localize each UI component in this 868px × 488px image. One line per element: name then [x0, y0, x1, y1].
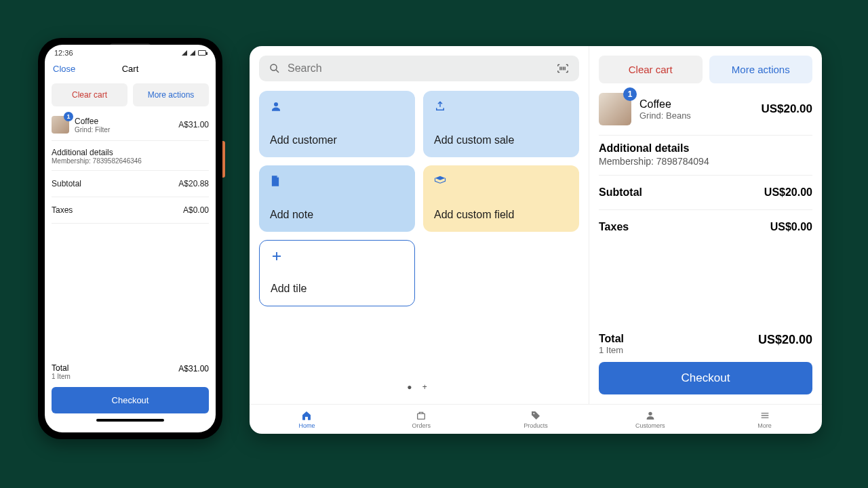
- clear-cart-button[interactable]: Clear cart: [52, 83, 127, 106]
- tile-add-customer[interactable]: Add customer: [259, 91, 415, 157]
- details-value: Membership: 7839582646346: [52, 157, 209, 165]
- page-indicator[interactable]: ● +: [259, 377, 579, 394]
- taxes-value: A$0.00: [183, 205, 209, 215]
- nav-orders[interactable]: Orders: [364, 405, 479, 434]
- svg-point-6: [274, 102, 278, 106]
- tablet-left-panel: Add customer Add custom sale Add note: [250, 46, 589, 404]
- tag-icon: [530, 410, 541, 421]
- nav-label: Customers: [635, 422, 665, 429]
- tile-label: Add custom field: [434, 209, 568, 221]
- total-sub: 1 Item: [599, 345, 624, 355]
- cart-action-row: Clear cart More actions: [599, 56, 812, 83]
- total-label: Total: [52, 364, 71, 373]
- box-icon: [434, 175, 568, 184]
- clear-cart-button[interactable]: Clear cart: [599, 56, 703, 83]
- nav-more[interactable]: More: [707, 405, 822, 434]
- nav-home[interactable]: Home: [250, 405, 364, 434]
- wifi-icon: [182, 50, 187, 56]
- nav-label: Products: [524, 422, 548, 429]
- home-icon: [301, 410, 312, 421]
- barcode-icon[interactable]: [556, 63, 570, 74]
- person-icon: [645, 410, 656, 421]
- quantity-badge: 1: [623, 87, 637, 101]
- subtotal-value: US$20.00: [764, 186, 812, 199]
- status-time: 12:36: [54, 49, 73, 57]
- taxes-value: US$0.00: [770, 221, 812, 233]
- taxes-label: Taxes: [599, 221, 629, 233]
- details-label: Additional details: [52, 148, 209, 157]
- home-indicator: [96, 419, 164, 422]
- search-bar[interactable]: [259, 56, 579, 81]
- signal-icon: [190, 50, 195, 56]
- checkout-button[interactable]: Checkout: [52, 387, 209, 413]
- nav-customers[interactable]: Customers: [593, 405, 707, 434]
- total-sub: 1 Item: [52, 373, 71, 380]
- svg-rect-9: [418, 413, 425, 419]
- quantity-badge: 1: [64, 112, 73, 121]
- cart-footer: Total 1 Item US$20.00 Checkout: [599, 325, 812, 394]
- status-indicators: [182, 50, 206, 56]
- product-name: Coffee: [75, 117, 173, 126]
- details-value: Membership: 7898784094: [599, 156, 812, 167]
- product-price: A$31.00: [178, 120, 209, 129]
- more-actions-button[interactable]: More actions: [133, 83, 209, 106]
- nav-products[interactable]: Products: [479, 405, 593, 434]
- nav-label: Home: [298, 422, 315, 429]
- phone-header: Close Cart: [45, 58, 216, 79]
- phone-device-frame: 12:36 Close Cart Clear cart More actions…: [38, 38, 222, 439]
- total-label: Total: [599, 333, 624, 345]
- tile-label: Add note: [270, 209, 404, 221]
- checkout-button[interactable]: Checkout: [599, 362, 812, 394]
- total-row: Total 1 Item A$31.00: [52, 360, 209, 387]
- taxes-label: Taxes: [52, 205, 73, 215]
- tile-label: Add tile: [271, 283, 403, 295]
- svg-line-1: [276, 70, 279, 73]
- additional-details[interactable]: Additional details Membership: 789878409…: [599, 136, 812, 176]
- phone-action-row: Clear cart More actions: [52, 83, 209, 106]
- search-icon: [269, 62, 281, 75]
- tile-add-note[interactable]: Add note: [259, 165, 415, 232]
- product-name: Coffee: [639, 98, 753, 110]
- tile-add-tile[interactable]: Add tile: [259, 240, 415, 306]
- search-input[interactable]: [288, 62, 549, 75]
- product-price: US$20.00: [761, 102, 812, 116]
- note-icon: [270, 175, 404, 187]
- subtotal-label: Subtotal: [599, 186, 642, 199]
- svg-point-10: [533, 413, 534, 414]
- cart-item-info: Coffee Grind: Filter: [75, 117, 173, 134]
- taxes-row: Taxes US$0.00: [599, 210, 812, 244]
- taxes-row: Taxes A$0.00: [52, 197, 209, 224]
- tablet-cart-panel: Clear cart More actions 1 Coffee Grind: …: [589, 46, 822, 404]
- upload-icon: [434, 100, 568, 113]
- tablet-frame: Add customer Add custom sale Add note: [250, 46, 822, 434]
- additional-details[interactable]: Additional details Membership: 783958264…: [52, 141, 209, 171]
- person-icon: [270, 100, 404, 113]
- bottom-nav: Home Orders Products Customers More: [250, 404, 822, 434]
- close-button[interactable]: Close: [53, 64, 75, 74]
- tile-add-custom-field[interactable]: Add custom field: [423, 165, 579, 232]
- status-bar: 12:36: [45, 45, 216, 58]
- svg-point-0: [271, 64, 277, 70]
- more-actions-button[interactable]: More actions: [709, 56, 813, 83]
- phone-footer: Total 1 Item A$31.00 Checkout: [45, 354, 216, 432]
- page-title: Cart: [122, 64, 139, 74]
- total-row: Total 1 Item US$20.00: [599, 325, 812, 362]
- subtotal-label: Subtotal: [52, 179, 81, 188]
- product-variant: Grind: Filter: [75, 126, 173, 134]
- cart-item[interactable]: 1 Coffee Grind: Filter A$31.00: [52, 113, 209, 141]
- subtotal-row: Subtotal US$20.00: [599, 176, 812, 210]
- orders-icon: [416, 410, 427, 421]
- tile-label: Add custom sale: [434, 134, 568, 146]
- total-value: A$31.00: [178, 364, 209, 373]
- tile-add-custom-sale[interactable]: Add custom sale: [423, 91, 579, 157]
- cart-item[interactable]: 1 Coffee Grind: Beans US$20.00: [599, 93, 812, 136]
- cart-item-info: Coffee Grind: Beans: [639, 98, 753, 121]
- phone-screen: 12:36 Close Cart Clear cart More actions…: [45, 45, 216, 432]
- nav-label: More: [757, 422, 772, 429]
- nav-label: Orders: [412, 422, 431, 429]
- details-label: Additional details: [599, 142, 812, 155]
- product-thumbnail: 1: [52, 116, 69, 134]
- tablet-main: Add customer Add custom sale Add note: [250, 46, 822, 404]
- tile-grid: Add customer Add custom sale Add note: [259, 91, 579, 306]
- phone-cart-body: Clear cart More actions 1 Coffee Grind: …: [45, 79, 216, 354]
